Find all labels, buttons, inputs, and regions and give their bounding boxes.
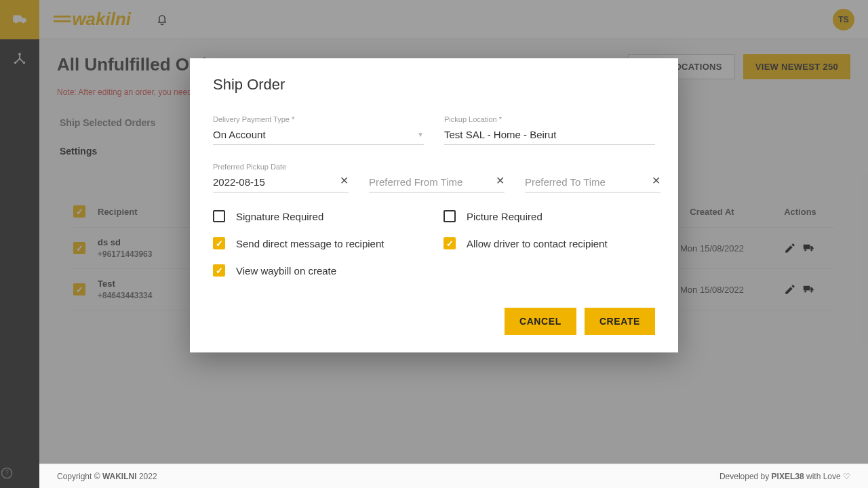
create-button[interactable]: CREATE xyxy=(585,308,655,335)
checkbox-checked-icon: ✓ xyxy=(443,237,456,249)
checkbox-checked-icon: ✓ xyxy=(213,264,225,277)
checkbox-empty-icon xyxy=(213,210,225,222)
allow-driver-contact-checkbox[interactable]: ✓ Allow driver to contact recipient xyxy=(443,237,647,249)
view-waybill-checkbox[interactable]: ✓ View waybill on create xyxy=(213,264,416,277)
to-time-input[interactable] xyxy=(525,174,660,192)
delivery-payment-field[interactable]: Delivery Payment Type * On Account ▼ xyxy=(213,115,424,145)
pickup-date-field[interactable]: Preferred Pickup Date ✕ xyxy=(213,163,349,192)
footer: Copyright © WAKILNI 2022 Developed by PI… xyxy=(39,464,868,488)
developed-by-text: Developed by PIXEL38 with Love ♡ xyxy=(719,472,850,481)
clear-from-time-button[interactable]: ✕ xyxy=(496,174,505,187)
pickup-location-label: Pickup Location * xyxy=(444,115,655,123)
send-message-label: Send direct message to recipient xyxy=(236,238,384,249)
signature-required-label: Signature Required xyxy=(236,211,323,222)
from-time-input[interactable] xyxy=(369,174,505,192)
pickup-location-value: Test SAL - Home - Beirut xyxy=(444,126,655,145)
cancel-button[interactable]: CANCEL xyxy=(505,308,576,335)
checkbox-checked-icon: ✓ xyxy=(213,237,225,249)
checkbox-empty-icon xyxy=(443,210,456,222)
pickup-location-field[interactable]: Pickup Location * Test SAL - Home - Beir… xyxy=(444,115,655,145)
ship-order-modal: Ship Order Delivery Payment Type * On Ac… xyxy=(190,58,678,352)
from-time-field[interactable]: ✕ xyxy=(369,163,505,192)
send-message-checkbox[interactable]: ✓ Send direct message to recipient xyxy=(213,237,416,249)
clear-to-time-button[interactable]: ✕ xyxy=(652,174,660,187)
chevron-down-icon: ▼ xyxy=(417,131,424,138)
view-waybill-label: View waybill on create xyxy=(236,265,336,277)
copyright-text: Copyright © WAKILNI 2022 xyxy=(57,472,157,481)
picture-required-checkbox[interactable]: Picture Required xyxy=(443,210,647,222)
pickup-date-input[interactable] xyxy=(213,174,349,192)
allow-driver-contact-label: Allow driver to contact recipient xyxy=(467,238,608,249)
to-time-field[interactable]: ✕ xyxy=(525,163,660,192)
picture-required-label: Picture Required xyxy=(467,211,542,222)
clear-date-button[interactable]: ✕ xyxy=(340,174,349,187)
pickup-date-label: Preferred Pickup Date xyxy=(213,163,349,171)
modal-title: Ship Order xyxy=(213,76,655,94)
delivery-payment-label: Delivery Payment Type * xyxy=(213,115,424,123)
signature-required-checkbox[interactable]: Signature Required xyxy=(213,210,416,222)
delivery-payment-value: On Account xyxy=(213,126,424,145)
